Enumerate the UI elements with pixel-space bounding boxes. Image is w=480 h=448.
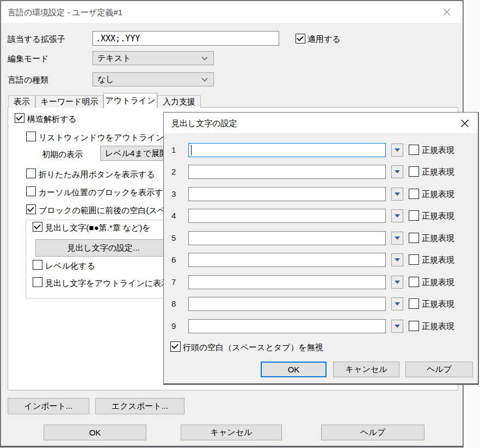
initial-display-select[interactable]: レベル4まで展開 [100, 146, 174, 161]
edit-mode-select[interactable]: テキスト [93, 51, 214, 65]
structure-analysis-checkbox[interactable] [15, 113, 24, 123]
language-type-label: 言語の種類 [8, 74, 48, 85]
screen: 言語の環境設定 - ユーザ定義#1 該当する拡張子 適用する 編集モード テキス… [0, 0, 480, 448]
pattern-dropdown-button[interactable] [391, 188, 403, 201]
dropdown-arrow-icon [395, 148, 400, 152]
tab-display[interactable]: 表示 [8, 95, 35, 108]
pattern-dropdown-button[interactable] [391, 253, 403, 266]
heading-pattern-row: 8 正規表現 [164, 297, 478, 312]
regex-label: 正規表現 [422, 255, 454, 265]
folding-button-label: 折りたたみ用ボタンを表示する [39, 169, 155, 180]
heading-pattern-input[interactable] [188, 143, 386, 157]
heading-pattern-input[interactable] [188, 275, 386, 289]
regex-checkbox[interactable] [409, 145, 419, 155]
ignore-leading-space-checkbox[interactable] [170, 341, 181, 352]
heading-pattern-input[interactable] [188, 231, 386, 245]
heading-close-button[interactable] [457, 116, 473, 131]
main-close-button[interactable] [439, 4, 455, 20]
dropdown-arrow-icon [395, 214, 400, 217]
row-number: 2 [171, 167, 176, 176]
block-range-checkbox[interactable] [26, 204, 36, 214]
heading-chars-label: 見出し文字(■●第.*章 など)を [45, 222, 151, 233]
row-number: 1 [171, 145, 176, 154]
regex-checkbox[interactable] [409, 189, 419, 199]
pattern-dropdown-button[interactable] [391, 144, 403, 157]
tab-outline[interactable]: アウトライン [103, 93, 157, 108]
pattern-dropdown-button[interactable] [391, 297, 403, 310]
heading-pattern-input[interactable] [188, 187, 386, 201]
heading-outline-checkbox[interactable] [33, 277, 42, 287]
leveling-label: レベル化する [45, 260, 95, 271]
heading-pattern-row: 2 正規表現 [164, 165, 478, 180]
dropdown-arrow-icon [395, 302, 400, 306]
heading-help-button[interactable]: ヘルプ [405, 362, 473, 377]
heading-pattern-row: 5 正規表現 [164, 231, 478, 246]
row-number: 3 [171, 189, 176, 198]
apply-label: 適用する [307, 34, 341, 45]
close-icon [441, 7, 452, 17]
regex-label: 正規表現 [422, 167, 454, 177]
regex-checkbox[interactable] [409, 277, 419, 287]
pattern-dropdown-button[interactable] [391, 209, 403, 222]
folding-button-checkbox[interactable] [26, 169, 36, 178]
heading-pattern-row: 1 正規表現 [164, 143, 478, 158]
extension-input[interactable] [93, 31, 279, 46]
main-cancel-button[interactable]: キャンセル [181, 425, 282, 440]
row-number: 6 [171, 255, 176, 264]
main-ok-button[interactable]: OK [44, 425, 146, 440]
list-window-checkbox[interactable] [26, 132, 36, 141]
regex-checkbox[interactable] [409, 254, 419, 265]
block-range-label: ブロックの範囲に前後の空白(スペ [39, 205, 165, 216]
heading-pattern-row: 4 正規表現 [164, 209, 478, 224]
regex-checkbox[interactable] [409, 298, 419, 309]
heading-cancel-button[interactable]: キャンセル [333, 362, 399, 377]
leveling-checkbox[interactable] [33, 260, 42, 270]
main-help-button[interactable]: ヘルプ [321, 425, 424, 440]
regex-label: 正規表現 [422, 277, 454, 288]
pattern-dropdown-button[interactable] [391, 276, 403, 289]
dropdown-arrow-icon [395, 281, 400, 284]
cursor-block-label: カーソル位置のブロックを表示する [39, 187, 171, 198]
heading-pattern-row: 3 正規表現 [164, 187, 478, 202]
heading-pattern-row: 7 正規表現 [164, 275, 478, 290]
heading-pattern-input[interactable] [188, 209, 386, 223]
import-button[interactable]: インポート... [8, 398, 89, 414]
language-type-value: なし [97, 74, 114, 84]
regex-checkbox[interactable] [409, 166, 419, 177]
apply-checkbox[interactable] [296, 34, 305, 43]
heading-settings-button[interactable]: 見出し文字の設定... [35, 239, 171, 257]
row-number: 5 [171, 233, 176, 242]
heading-pattern-input[interactable] [188, 297, 386, 311]
regex-checkbox[interactable] [409, 233, 419, 243]
structure-analysis-label: 構造解析する [27, 114, 77, 125]
tab-keyword[interactable]: キーワード明示 [35, 95, 103, 108]
export-button[interactable]: エクスポート... [95, 398, 184, 414]
heading-pattern-input[interactable] [188, 319, 386, 333]
close-icon [460, 119, 470, 128]
heading-pattern-input[interactable] [188, 253, 386, 267]
chevron-down-icon [201, 57, 208, 61]
heading-chars-checkbox[interactable] [33, 222, 42, 232]
heading-pattern-row: 9 正規表現 [164, 319, 478, 334]
language-type-select[interactable]: なし [93, 72, 214, 86]
main-dialog-title: 言語の環境設定 - ユーザ定義#1 [8, 8, 122, 18]
pattern-dropdown-button[interactable] [391, 232, 403, 245]
extension-label: 該当する拡張子 [8, 34, 65, 45]
regex-label: 正規表現 [422, 233, 454, 244]
heading-pattern-input[interactable] [188, 165, 386, 179]
tab-input-assist[interactable]: 入力支援 [157, 95, 201, 108]
main-titlebar[interactable]: 言語の環境設定 - ユーザ定義#1 [1, 1, 463, 23]
dropdown-arrow-icon [395, 258, 400, 262]
dropdown-arrow-icon [395, 325, 400, 328]
heading-ok-button[interactable]: OK [261, 362, 327, 377]
heading-outline-label: 見出し文字をアウトラインに表示 [45, 278, 169, 289]
pattern-dropdown-button[interactable] [391, 165, 403, 178]
heading-dialog-titlebar[interactable]: 見出し文字の設定 [164, 113, 478, 133]
regex-checkbox[interactable] [409, 210, 419, 221]
pattern-dropdown-button[interactable] [391, 320, 403, 333]
dropdown-arrow-icon [395, 192, 400, 196]
regex-checkbox[interactable] [409, 321, 419, 331]
edit-mode-value: テキスト [97, 53, 131, 63]
regex-label: 正規表現 [422, 189, 454, 200]
cursor-block-checkbox[interactable] [26, 186, 36, 196]
